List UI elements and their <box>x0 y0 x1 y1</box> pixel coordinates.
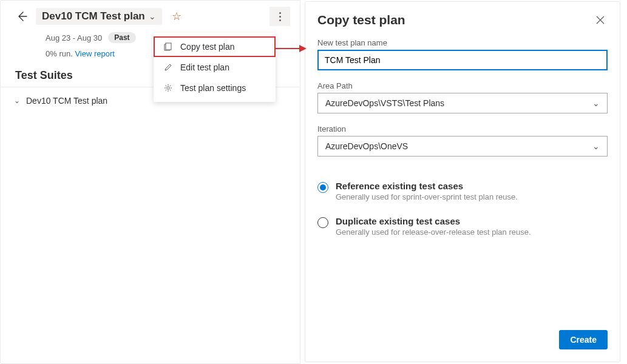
radio-selected-icon <box>317 182 328 193</box>
menu-item-label: Edit test plan <box>180 62 229 72</box>
area-label: Area Path <box>317 81 608 90</box>
iteration-value: AzureDevOps\OneVS <box>325 141 408 151</box>
name-label: New test plan name <box>317 38 608 47</box>
pencil-icon <box>163 62 173 72</box>
option-text: Duplicate existing test cases Generally … <box>336 216 531 237</box>
chevron-down-icon: ⌄ <box>149 12 156 21</box>
panel-header: Copy test plan <box>317 13 608 27</box>
panel-title: Copy test plan <box>317 13 405 27</box>
arrow-left-icon <box>16 10 29 22</box>
menu-item-label: Test plan settings <box>180 83 246 93</box>
area-path-combo[interactable]: AzureDevOps\VSTS\Test Plans ⌄ <box>317 93 608 113</box>
kebab-icon <box>279 12 281 21</box>
chevron-down-icon: ⌄ <box>592 141 600 151</box>
plan-header: Dev10 TCM Test plan ⌄ ☆ <box>1 1 300 29</box>
option-title: Reference existing test cases <box>336 181 518 191</box>
option-duplicate[interactable]: Duplicate existing test cases Generally … <box>317 216 608 237</box>
option-title: Duplicate existing test cases <box>336 216 531 226</box>
back-button[interactable] <box>15 9 30 24</box>
suite-label: Dev10 TCM Test plan <box>26 96 107 106</box>
menu-edit-test-plan[interactable]: Edit test plan <box>154 57 276 78</box>
more-actions-button[interactable] <box>269 7 290 26</box>
menu-item-label: Copy test plan <box>180 42 235 52</box>
plan-title: Dev10 TCM Test plan <box>42 10 145 22</box>
option-subtitle: Generally used for sprint-over-sprint te… <box>336 192 518 201</box>
menu-copy-test-plan[interactable]: Copy test plan <box>154 36 276 57</box>
option-reference[interactable]: Reference existing test cases Generally … <box>317 181 608 201</box>
close-button[interactable] <box>593 13 608 27</box>
past-pill: Past <box>108 32 135 43</box>
copy-icon <box>163 42 173 52</box>
area-path-value: AzureDevOps\VSTS\Test Plans <box>325 98 444 108</box>
favorite-star-icon[interactable]: ☆ <box>172 10 181 23</box>
svg-point-1 <box>167 87 169 89</box>
panel-footer: Create <box>559 330 608 349</box>
view-report-link[interactable]: View report <box>75 49 115 58</box>
context-menu: Copy test plan Edit test plan Test plan … <box>154 33 276 102</box>
chevron-down-icon: ⌄ <box>592 98 600 108</box>
plan-title-chip[interactable]: Dev10 TCM Test plan ⌄ <box>36 8 162 25</box>
create-button[interactable]: Create <box>559 330 608 349</box>
option-text: Reference existing test cases Generally … <box>336 181 518 201</box>
menu-test-plan-settings[interactable]: Test plan settings <box>154 78 276 98</box>
copy-options: Reference existing test cases Generally … <box>317 181 608 237</box>
iteration-combo[interactable]: AzureDevOps\OneVS ⌄ <box>317 136 608 157</box>
chevron-down-icon: ⌄ <box>14 96 20 105</box>
run-percentage: 0% run. <box>46 49 73 58</box>
option-subtitle: Generally used for release-over-release … <box>336 228 531 237</box>
copy-test-plan-panel: Copy test plan New test plan name Area P… <box>305 1 620 362</box>
close-icon <box>596 16 605 24</box>
plan-dates: Aug 23 - Aug 30 <box>46 33 102 42</box>
plan-name-input[interactable] <box>317 50 608 70</box>
gear-icon <box>163 83 173 93</box>
iteration-label: Iteration <box>317 124 608 133</box>
svg-rect-0 <box>166 43 171 50</box>
radio-unselected-icon <box>317 217 328 228</box>
